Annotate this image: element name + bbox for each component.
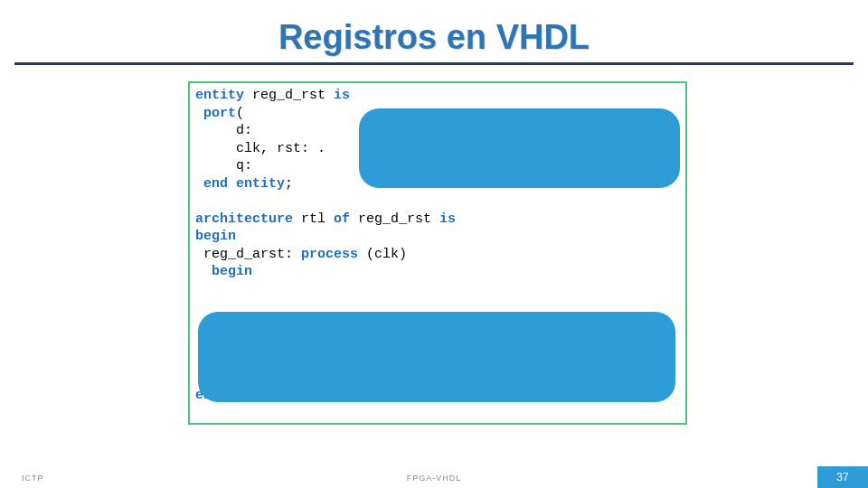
code-line: entity reg_d_rst is (195, 87, 680, 105)
keyword: begin (195, 264, 252, 279)
footer-left: ICTP (22, 474, 44, 483)
keyword: begin (195, 229, 236, 244)
code-text: ; (285, 176, 293, 192)
footer-center: FPGA-VHDL (407, 474, 462, 483)
code-text: q: (195, 158, 326, 174)
page-number: 37 (817, 466, 868, 488)
blank-line (195, 192, 680, 211)
redaction-mask (198, 312, 675, 402)
code-text: reg_d_arst: (195, 247, 301, 262)
code-line: architecture rtl of reg_d_rst is (195, 211, 680, 229)
hidden-line (195, 281, 680, 299)
code-line: reg_d_arst: process (clk) (195, 246, 680, 264)
code-text: d: (195, 123, 326, 138)
keyword: is (439, 211, 456, 227)
code-line: begin (195, 228, 680, 246)
title-underline (14, 62, 854, 65)
code-text: ( (236, 106, 244, 121)
code-text: (clk) (358, 247, 407, 262)
page-title: Registros en VHDL (0, 0, 868, 62)
slide: Registros en VHDL entity reg_d_rst is po… (0, 0, 868, 488)
keyword: process (301, 247, 358, 262)
code-text: reg_d_rst (244, 88, 334, 103)
code-text: reg_d_rst (350, 211, 439, 227)
keyword: entity (195, 88, 244, 103)
code-text: rtl (293, 211, 334, 227)
keyword: of (334, 211, 350, 227)
code-text: clk, rst: . (195, 141, 326, 156)
keyword: port (195, 106, 236, 121)
keyword: end entity (195, 176, 285, 192)
footer: ICTP FPGA-VHDL 37 (0, 465, 868, 488)
keyword: is (334, 88, 350, 103)
redaction-mask (359, 108, 680, 188)
code-line: begin (195, 263, 680, 281)
keyword: architecture (195, 211, 293, 227)
